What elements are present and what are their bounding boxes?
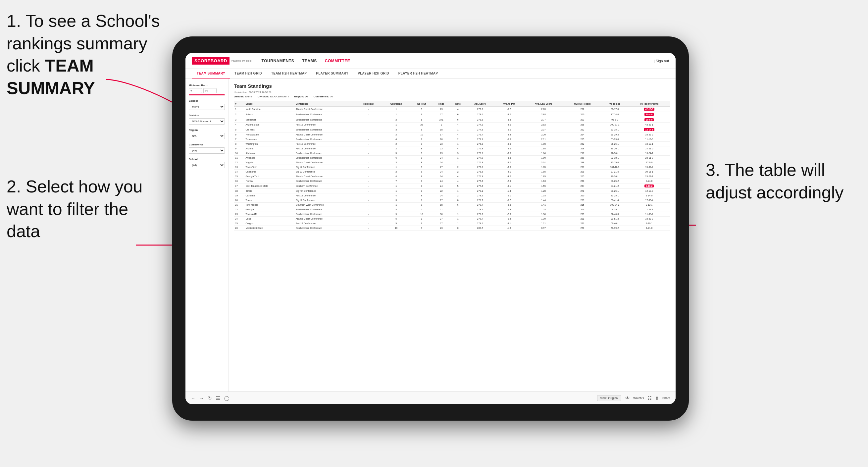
cell-reg-rank: -: [355, 179, 382, 184]
cell-vs-top50: 9-24-0: [628, 179, 670, 184]
cell-vs-top25: 86-25-1: [601, 142, 628, 146]
nav-committee[interactable]: COMMITTEE: [325, 57, 350, 65]
cell-reg-rank: -: [355, 203, 382, 207]
cell-conf-rank: 3: [382, 160, 410, 165]
cell-vs-top50: 30-15-1: [628, 169, 670, 174]
cell-overall: 262: [563, 142, 601, 146]
cell-conf-rank: 8: [382, 207, 410, 212]
tab-player-summary[interactable]: PLAYER SUMMARY: [311, 69, 353, 79]
col-rnds: Rnds: [433, 101, 450, 107]
tab-team-h2h-grid[interactable]: TEAM H2H GRID: [230, 69, 267, 79]
filter-row: Gender: Men's Division: NCAA Division I …: [234, 95, 670, 98]
table-header-row: # School Conference Reg Rank Conf Rank N…: [234, 101, 670, 107]
cell-rnds: 27: [433, 217, 450, 221]
tab-team-h2h-heatmap[interactable]: TEAM H2H HEATMAP: [267, 69, 311, 79]
tablet-device: SCOREBOARD Powered by clippi TOURNAMENTS…: [172, 36, 689, 421]
toolbar-back-icon[interactable]: ←: [191, 396, 195, 401]
min-rank-slider[interactable]: [189, 94, 225, 95]
cell-wins: 1: [450, 156, 466, 160]
share-button[interactable]: Share: [662, 397, 670, 400]
cell-avg-low: 1.55: [524, 184, 563, 189]
cell-adj-score: 277.4: [466, 184, 494, 189]
cell-conference: Pac-12 Conference: [294, 193, 356, 198]
cell-school: Texas Tech: [244, 165, 294, 169]
tab-team-summary[interactable]: TEAM SUMMARY: [192, 69, 230, 79]
cell-school: Washington: [244, 142, 294, 146]
cell-overall: 288: [563, 160, 601, 165]
col-avg-low: Avg. Low Score: [524, 101, 563, 107]
cell-vs-top25: 88-17-0: [601, 107, 628, 112]
cell-reg-rank: -: [355, 221, 382, 226]
sign-out-button[interactable]: | Sign out: [654, 59, 669, 63]
cell-wins: 4: [450, 179, 466, 184]
view-original-button[interactable]: View: Original: [597, 395, 621, 401]
nav-teams[interactable]: TEAMS: [302, 57, 317, 65]
cell-reg-rank: -: [355, 156, 382, 160]
cell-rnds: 271: [433, 117, 450, 123]
cell-adj-score: 276.9: [466, 146, 494, 151]
cell-adj-score: 279.5: [466, 221, 494, 226]
table-row: 20 Texas Big 12 Conference - 3 7 17 8 27…: [234, 198, 670, 203]
toolbar-right: 👁 Watch ▾ ☷ ⬆ Share: [625, 396, 670, 401]
toolbar-clock-icon[interactable]: ◯: [224, 396, 229, 401]
cell-reg-rank: -: [355, 151, 382, 156]
cell-vs-top25: 95-6-0: [601, 117, 628, 123]
cell-rnds: 18: [433, 127, 450, 132]
cell-overall: 271: [563, 189, 601, 193]
conference-section: Conference (All) Atlantic Coast Conferen…: [189, 143, 225, 154]
cell-adj-score: 276.5: [466, 169, 494, 174]
cell-adj-score: 279.2: [466, 207, 494, 212]
cell-vs-top25: 100-27-1: [601, 123, 628, 127]
cell-rank: 1: [234, 107, 244, 112]
cell-school: Oklahoma: [244, 169, 294, 174]
region-select[interactable]: N/A All Northeast Southeast: [189, 133, 225, 139]
toolbar-refresh-icon[interactable]: ↻: [208, 396, 212, 401]
cell-vs-top50: 11-19-0: [628, 137, 670, 142]
score-value: 18-12-1: [645, 143, 653, 145]
cell-rank: 4: [234, 123, 244, 127]
cell-rank: 8: [234, 142, 244, 146]
cell-overall: 270: [563, 226, 601, 230]
cell-rank: 12: [234, 160, 244, 165]
cell-reg-rank: -: [355, 198, 382, 203]
cell-adj-score: 278.2: [466, 193, 494, 198]
cell-rnds: 24: [433, 156, 450, 160]
min-rank-label: Minimum Rou...: [189, 84, 225, 87]
table-row: 16 Florida Southeastern Conference - 7 9…: [234, 179, 670, 184]
tab-player-h2h-heatmap[interactable]: PLAYER H2H HEATMAP: [394, 69, 442, 79]
min-rank-inputs: [189, 88, 225, 93]
table-row: 23 Texas A&M Southeastern Conference - 9…: [234, 212, 670, 217]
cell-rnds: 24: [433, 179, 450, 184]
cell-no-tour: 8: [410, 137, 433, 142]
cell-rnds: 23: [433, 142, 450, 146]
cell-no-tour: 8: [410, 174, 433, 179]
gender-select[interactable]: Men's Women's: [189, 104, 225, 110]
min-rank-max-input[interactable]: [203, 88, 217, 93]
cell-avg-par: -1.4: [494, 189, 524, 193]
cell-avg-low: 1.85: [524, 169, 563, 174]
cell-conference: Big 12 Conference: [294, 169, 356, 174]
cell-overall: 262: [563, 127, 601, 132]
cell-vs-top25: 95-29-2: [601, 132, 628, 137]
watch-button[interactable]: Watch ▾: [633, 397, 644, 400]
cell-school: Texas: [244, 198, 294, 203]
toolbar-forward-icon[interactable]: →: [199, 396, 204, 401]
division-select[interactable]: NCAA Division I NCAA Division II NCAA Di…: [189, 118, 225, 125]
min-rank-min-input[interactable]: [189, 88, 202, 93]
cell-school: Tennessee: [244, 137, 294, 142]
cell-reg-rank: -: [355, 146, 382, 151]
cell-wins: 4: [450, 174, 466, 179]
nav-tournaments[interactable]: TOURNAMENTS: [261, 57, 294, 65]
cell-avg-par: -5.0: [494, 127, 524, 132]
tab-player-h2h-grid[interactable]: PLAYER H2H GRID: [353, 69, 394, 79]
score-value: 33-25-2: [645, 133, 653, 136]
conference-select[interactable]: (All) Atlantic Coast Conference Southeas…: [189, 147, 225, 154]
col-conf-rank: Conf Rank: [382, 101, 410, 107]
cell-vs-top50: 38-6-0: [628, 117, 670, 123]
cell-rank: 26: [234, 226, 244, 230]
cell-rank: 17: [234, 184, 244, 189]
school-select[interactable]: (All): [189, 162, 225, 168]
score-value: 23-23-1: [645, 175, 653, 178]
toolbar-copy-icon[interactable]: ☵: [216, 396, 220, 401]
score-value: 30-15-1: [645, 170, 653, 173]
